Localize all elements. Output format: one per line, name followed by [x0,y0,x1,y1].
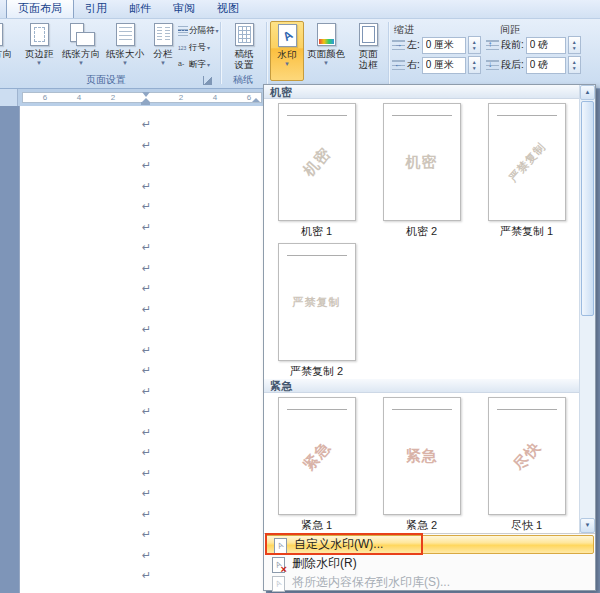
watermark-preview: 严禁复制 [278,243,356,361]
spacing-before-stepper[interactable] [568,36,581,54]
menu-item-remove-watermark[interactable]: 删除水印(R) [264,554,595,573]
scroll-up-icon[interactable]: ▲ [580,85,595,100]
watermark-preview-text: 严禁复制 [488,103,566,221]
paragraph-mark: ↵ [142,467,151,480]
chevron-down-icon: ▼ [122,60,128,67]
indent-right-stepper[interactable] [468,56,481,74]
ribbon: 文字方向 ▼ 页边距 ▼ 纸张方向 ▼ 纸张大小 ▼ 分栏 ▼ 分隔符 ▾ [0,19,600,89]
dialog-launcher-icon[interactable] [203,76,212,85]
columns-button[interactable]: 分栏 ▼ [148,21,178,79]
watermark-option-urgent-1[interactable]: 紧急紧急 1 [264,393,369,533]
paragraph-mark: ↵ [142,405,151,418]
chevron-down-icon: ▼ [78,60,84,67]
watermark-button[interactable]: 水印 ▼ [270,21,304,81]
watermark-option-do-not-copy-2[interactable]: 严禁复制严禁复制 2 [264,239,369,379]
indent-right-input[interactable] [422,57,466,74]
orientation-button[interactable]: 纸张方向 ▼ [60,21,102,79]
ruler-number: 6 [247,93,251,103]
chevron-down-icon: ▾ [207,61,210,68]
columns-icon [150,21,176,47]
grid-paper-icon [231,21,257,47]
watermark-preview-text: 机密 [278,103,356,221]
indent-left-stepper[interactable] [468,36,481,54]
tab-view[interactable]: 视图 [206,0,250,18]
watermark-option-confidential-2[interactable]: 机密机密 2 [369,99,474,239]
watermark-preview-text: 紧急 [278,397,356,515]
paper-size-icon [112,21,138,47]
watermark-preview: 机密 [383,103,461,221]
watermark-option-urgent-2[interactable]: 紧急紧急 2 [369,393,474,533]
text-direction-icon [0,21,6,47]
page-border-button[interactable]: 页面边框 [350,21,386,79]
gallery-scrollbar[interactable]: ▲ ▼ [579,85,595,533]
watermark-preview: 紧急 [278,397,356,515]
first-line-indent-marker[interactable] [142,92,150,97]
text-direction-button[interactable]: 文字方向 ▼ [0,21,16,79]
indent-left-input[interactable] [422,37,466,54]
spacing-after-input[interactable] [526,57,566,74]
gallery-header-confidential: 机密 [264,85,579,99]
menu-item-save-to-watermark-gallery: 将所选内容保存到水印库(S)... [264,573,595,592]
watermark-preview-text: 严禁复制 [279,244,355,360]
ruler-number: 2 [179,93,183,103]
paragraph-mark: ↵ [142,323,151,336]
grid-paper-settings-button[interactable]: 稿纸设置 [224,21,264,79]
watermark-option-confidential-1[interactable]: 机密机密 1 [264,99,369,239]
paragraph-mark: ↵ [142,139,151,152]
scroll-down-icon[interactable]: ▼ [580,518,595,533]
tab-references[interactable]: 引用 [74,0,118,18]
menu-item-label: 删除水印(R) [292,555,357,572]
button-label: 纸张方向 [62,48,100,59]
watermark-preview: 尽快 [488,397,566,515]
spacing-before-icon [486,39,499,52]
scrollbar-thumb[interactable] [581,101,594,316]
field-label: 右: [407,58,420,72]
watermark-preview-text: 尽快 [488,397,566,515]
menu-item-custom-watermark[interactable]: 自定义水印(W)... [265,535,594,554]
field-label: 段后: [501,58,524,72]
button-label: 分栏 [154,48,173,59]
paragraph-mark: ↵ [142,303,151,316]
line-numbers-button[interactable]: 行号 ▾ [178,40,220,55]
paragraph-mark: ↵ [142,180,151,193]
margins-icon [26,21,52,47]
button-label: 断字 [189,59,206,71]
group-label-page-setup: 页面设置 [0,73,212,87]
watermark-option-label: 机密 2 [406,224,437,239]
watermark-option-do-not-copy-1[interactable]: 严禁复制严禁复制 1 [474,99,579,239]
document-page[interactable]: ↵↵↵↵↵↵↵↵↵↵↵↵↵↵↵↵↵↵↵↵↵↵↵ [20,106,266,593]
indent-left-row: 左: [392,36,481,54]
remove-watermark-icon [270,556,286,572]
button-label: 水印 [278,49,297,60]
paragraph-mark: ↵ [142,262,151,275]
ruler-corner [0,89,18,106]
left-indent-marker[interactable] [141,102,150,105]
field-label: 段前: [501,38,524,52]
chevron-down-icon: ▼ [160,60,166,67]
menu-item-label: 将所选内容保存到水印库(S)... [292,574,450,591]
spacing-after-stepper[interactable] [568,56,581,74]
margins-button[interactable]: 页边距 ▼ [20,21,58,79]
button-label: 页面颜色 [307,48,345,59]
menu-item-label: 自定义水印(W)... [294,536,383,553]
paragraph-mark: ↵ [142,528,151,541]
paragraph-mark: ↵ [142,487,151,500]
chevron-down-icon: ▼ [36,60,42,67]
spacing-before-input[interactable] [526,37,566,54]
chevron-down-icon: ▼ [284,61,290,68]
tab-review[interactable]: 审阅 [162,0,206,18]
ruler-number: 4 [213,93,217,103]
gallery-grid-urgent: 紧急紧急 1紧急紧急 2尽快尽快 1 [264,393,579,533]
paper-size-button[interactable]: 纸张大小 ▼ [104,21,146,79]
line-numbers-icon [178,43,188,53]
breaks-button[interactable]: 分隔符 ▾ [178,23,220,38]
horizontal-ruler[interactable]: 642246 [0,89,264,106]
tab-mailings[interactable]: 邮件 [118,0,162,18]
right-indent-marker[interactable] [252,98,260,102]
hyphenation-button[interactable]: 断字 ▾ [178,57,220,72]
paragraph-mark: ↵ [142,241,151,254]
watermark-gallery: 机密机密机密 1机密机密 2严禁复制严禁复制 1严禁复制严禁复制 2紧急紧急紧急… [264,85,579,533]
tab-page-layout[interactable]: 页面布局 [6,0,74,18]
page-color-button[interactable]: 页面颜色 ▼ [304,21,348,79]
watermark-option-asap-1[interactable]: 尽快尽快 1 [474,393,579,533]
